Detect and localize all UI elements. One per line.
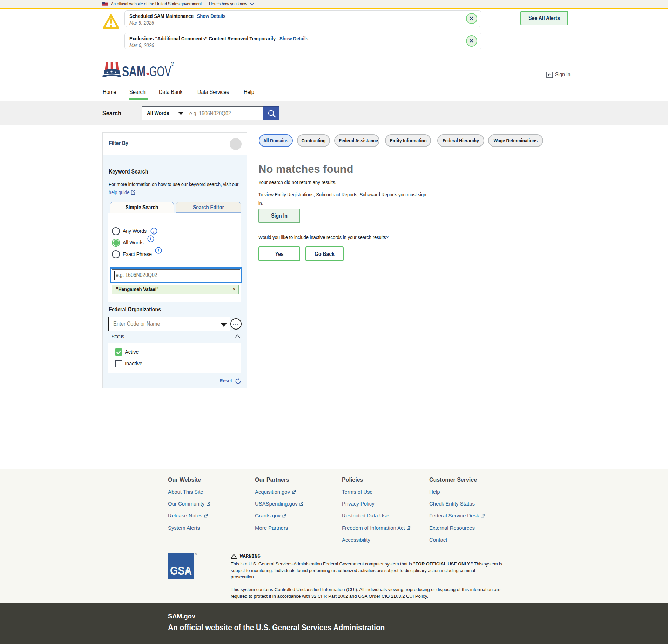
svg-text:GOV: GOV <box>149 63 171 79</box>
svg-text:i: i <box>153 229 155 234</box>
svg-text:i: i <box>158 248 159 253</box>
svg-text:SAM: SAM <box>122 63 146 79</box>
svg-text:R: R <box>171 62 174 66</box>
svg-text:i: i <box>150 236 151 242</box>
